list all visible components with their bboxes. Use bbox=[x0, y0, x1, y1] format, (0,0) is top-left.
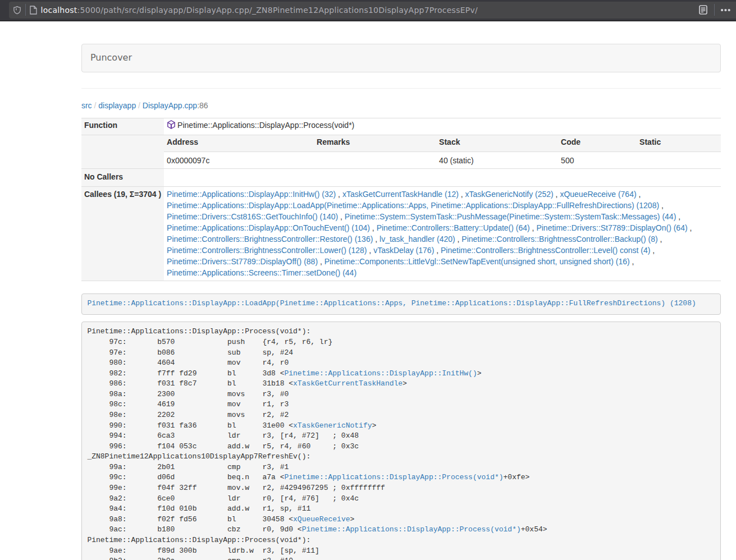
shield-icon[interactable] bbox=[9, 6, 25, 15]
divider bbox=[81, 88, 721, 89]
column-header-stack: Stack bbox=[436, 135, 558, 152]
callee-link[interactable]: Pinetime::Controllers::BrightnessControl… bbox=[441, 246, 650, 255]
url-path: :5000/path/src/displayapp/DisplayApp.cpp… bbox=[77, 6, 478, 15]
callee-link[interactable]: Pinetime::Controllers::Battery::Update()… bbox=[377, 223, 530, 232]
callee-link[interactable]: Pinetime::Drivers::St7789::DisplayOn() (… bbox=[536, 223, 687, 232]
callee-link[interactable]: Pinetime::Controllers::BrightnessControl… bbox=[167, 246, 367, 255]
callee-link[interactable]: xQueueReceive (764) bbox=[560, 190, 636, 199]
value-stack: 40 (static) bbox=[436, 152, 558, 169]
column-header-code: Code bbox=[558, 135, 637, 152]
callee-separator: , bbox=[530, 223, 537, 232]
value-address: 0x0000097c bbox=[164, 152, 314, 169]
content: Puncover src / displayapp / DisplayApp.c… bbox=[81, 21, 721, 560]
function-details-row: AddressRemarksStackCodeStatic 0x0000097c… bbox=[81, 135, 721, 168]
callee-separator: , bbox=[370, 223, 377, 232]
callees-line: Pinetime::Applications::Screens::Timer::… bbox=[167, 267, 718, 278]
callee-separator: , bbox=[676, 212, 680, 221]
callers-row: No Callers bbox=[81, 169, 721, 186]
snippet-box: Pinetime::Applications::DisplayApp::Load… bbox=[81, 293, 721, 315]
callee-link[interactable]: Pinetime::Applications::DisplayApp::Load… bbox=[167, 201, 659, 210]
disassembly-symbol-link[interactable]: Pinetime::Applications::DisplayApp::Proc… bbox=[284, 473, 503, 481]
callees-line: Pinetime::Controllers::BrightnessControl… bbox=[167, 233, 718, 245]
page-actions-ellipsis-icon[interactable] bbox=[715, 9, 736, 11]
value-code: 500 bbox=[558, 152, 637, 169]
callee-link[interactable]: lv_task_handler (420) bbox=[380, 235, 455, 244]
callee-separator: , bbox=[659, 201, 664, 210]
url-host: localhost bbox=[41, 6, 77, 15]
callees-list: Pinetime::Applications::DisplayApp::Init… bbox=[164, 186, 721, 281]
page-icon[interactable] bbox=[26, 6, 41, 15]
reader-mode-icon[interactable] bbox=[698, 5, 714, 15]
url-text[interactable]: localhost:5000/path/src/displayapp/Displ… bbox=[41, 4, 699, 16]
value-remarks bbox=[314, 152, 436, 169]
callers-label: No Callers bbox=[81, 169, 164, 186]
callee-separator: , bbox=[637, 190, 641, 199]
callee-separator: , bbox=[338, 212, 345, 221]
callee-separator: , bbox=[434, 246, 441, 255]
disassembly-symbol-link[interactable]: xQueueReceive bbox=[293, 515, 350, 524]
function-name: Pinetime::Applications::DisplayApp::Proc… bbox=[177, 120, 354, 131]
callees-label: Callees (19, Σ=3704 ) bbox=[81, 186, 164, 281]
callee-separator: , bbox=[336, 190, 342, 199]
function-row-label: Function bbox=[81, 118, 164, 135]
callee-separator: , bbox=[459, 190, 465, 199]
symbol-table: Function Pinetime::Applications::Display… bbox=[81, 118, 721, 281]
callee-link[interactable]: Pinetime::System::SystemTask::PushMessag… bbox=[345, 212, 676, 221]
callee-link[interactable]: Pinetime::Applications::DisplayApp::OnTo… bbox=[167, 223, 370, 232]
breadcrumb-link-DisplayApp.cpp[interactable]: DisplayApp.cpp bbox=[143, 101, 197, 110]
callee-separator: , bbox=[455, 235, 462, 244]
disassembly-symbol-link[interactable]: Pinetime::Applications::DisplayApp::Proc… bbox=[302, 525, 521, 534]
browser-toolbar: localhost:5000/path/src/displayapp/Displ… bbox=[0, 0, 736, 21]
callees-line: Pinetime::Applications::DisplayApp::OnTo… bbox=[167, 222, 718, 233]
value-static bbox=[637, 152, 721, 169]
breadcrumb-separator: / bbox=[92, 101, 99, 110]
disassembly-symbol-link[interactable]: xTaskGenericNotify bbox=[293, 421, 372, 430]
callees-line: Pinetime::Drivers::St7789::DisplayOff() … bbox=[167, 256, 718, 267]
callees-line: Pinetime::Controllers::BrightnessControl… bbox=[167, 245, 718, 256]
callees-row: Callees (19, Σ=3704 ) Pinetime::Applicat… bbox=[81, 186, 721, 281]
callee-link[interactable]: xTaskGetCurrentTaskHandle (12) bbox=[342, 190, 459, 199]
breadcrumb-line-number: :86 bbox=[197, 101, 208, 110]
disassembly-symbol-link[interactable]: Pinetime::Applications::DisplayApp::Init… bbox=[284, 369, 477, 378]
column-header-address: Address bbox=[164, 135, 314, 152]
disassembly-symbol-link[interactable]: xTaskGetCurrentTaskHandle bbox=[293, 379, 403, 388]
callee-separator: , bbox=[367, 246, 373, 255]
callee-separator: , bbox=[630, 257, 634, 266]
callee-separator: , bbox=[688, 223, 692, 232]
callee-link[interactable]: Pinetime::Components::LittleVgl::SetNewT… bbox=[324, 257, 630, 266]
disassembly-code: Pinetime::Applications::DisplayApp::Proc… bbox=[87, 327, 547, 560]
function-details-table: AddressRemarksStackCodeStatic 0x0000097c… bbox=[164, 135, 721, 168]
column-header-static: Static bbox=[637, 135, 721, 152]
callee-link[interactable]: Pinetime::Drivers::St7789::DisplayOff() … bbox=[167, 257, 318, 266]
snippet-link[interactable]: Pinetime::Applications::DisplayApp::Load… bbox=[87, 299, 696, 307]
callees-line: Pinetime::Drivers::Cst816S::GetTouchInfo… bbox=[167, 211, 718, 222]
callees-line: Pinetime::Applications::DisplayApp::Load… bbox=[167, 200, 718, 211]
app-title-panel: Puncover bbox=[81, 44, 721, 72]
breadcrumb-separator: / bbox=[136, 101, 143, 110]
callee-separator: , bbox=[318, 257, 324, 266]
callee-link[interactable]: vTaskDelay (176) bbox=[373, 246, 434, 255]
breadcrumb: src / displayapp / DisplayApp.cpp:86 bbox=[81, 100, 721, 111]
function-row: Function Pinetime::Applications::Display… bbox=[81, 118, 721, 135]
page: Puncover src / displayapp / DisplayApp.c… bbox=[0, 21, 736, 560]
callee-link[interactable]: Pinetime::Controllers::BrightnessControl… bbox=[461, 235, 657, 244]
callee-link[interactable]: Pinetime::Drivers::Cst816S::GetTouchInfo… bbox=[167, 212, 338, 221]
app-title: Puncover bbox=[90, 52, 132, 63]
details-header-row: AddressRemarksStackCodeStatic bbox=[164, 135, 721, 152]
callee-separator: , bbox=[554, 190, 560, 199]
callee-separator: , bbox=[650, 246, 655, 255]
callee-link[interactable]: Pinetime::Applications::Screens::Timer::… bbox=[167, 268, 356, 277]
details-value-row: 0x0000097c40 (static)500 bbox=[164, 152, 721, 169]
breadcrumb-link-src[interactable]: src bbox=[81, 101, 92, 110]
callee-separator: , bbox=[373, 235, 380, 244]
url-bar[interactable]: localhost:5000/path/src/displayapp/Displ… bbox=[9, 2, 736, 19]
callees-line: Pinetime::Applications::DisplayApp::Init… bbox=[167, 189, 718, 200]
column-header-remarks: Remarks bbox=[314, 135, 436, 152]
callee-link[interactable]: Pinetime::Applications::DisplayApp::Init… bbox=[167, 190, 336, 199]
callee-link[interactable]: Pinetime::Controllers::BrightnessControl… bbox=[167, 235, 373, 244]
callee-link[interactable]: xTaskGenericNotify (252) bbox=[465, 190, 554, 199]
breadcrumb-link-displayapp[interactable]: displayapp bbox=[98, 101, 136, 110]
package-cube-icon bbox=[167, 120, 175, 129]
disassembly-box: Pinetime::Applications::DisplayApp::Proc… bbox=[81, 322, 721, 560]
callee-separator: , bbox=[658, 235, 662, 244]
